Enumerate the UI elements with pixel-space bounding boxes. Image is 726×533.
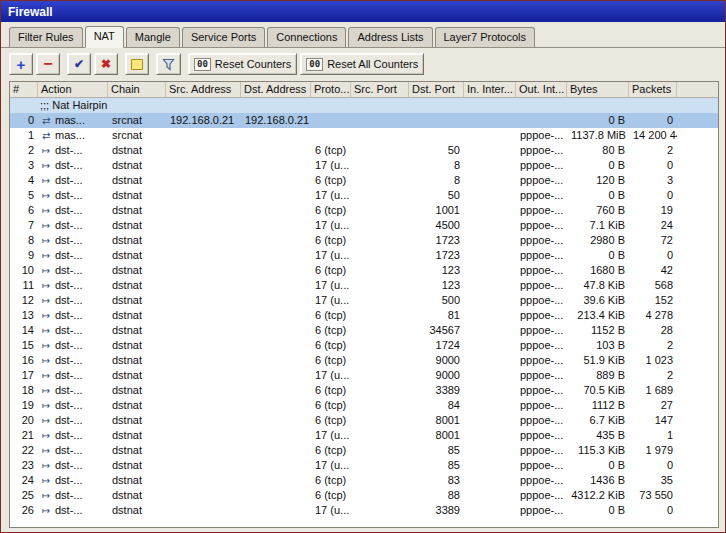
nat-rule-row[interactable]: 23↦dst-...dstnat17 (u...85pppoe-...0 B0 xyxy=(10,458,718,473)
cell-action: ↦dst-... xyxy=(38,218,108,233)
cell-out-interface: pppoe-... xyxy=(516,398,567,413)
dst-nat-icon: ↦ xyxy=(42,443,55,458)
tab-service-ports[interactable]: Service Ports xyxy=(182,27,265,47)
cell-dst-port: 8 xyxy=(409,158,464,173)
cell-num: 3 xyxy=(10,158,38,173)
reset-counters-button[interactable]: 00 Reset Counters xyxy=(188,53,297,75)
cell-proto: 6 (tcp) xyxy=(311,383,351,398)
column-header-dst-port[interactable]: Dst. Port xyxy=(409,82,464,97)
cell-bytes: 889 B xyxy=(567,368,629,383)
remove-button[interactable]: − xyxy=(36,53,60,75)
cell-chain: dstnat xyxy=(108,503,166,518)
cell-filler xyxy=(677,323,718,338)
enable-button[interactable]: ✔ xyxy=(67,53,91,75)
disable-button[interactable]: ✖ xyxy=(94,53,118,75)
cell-dst-address xyxy=(241,173,311,188)
cell-num: 10 xyxy=(10,263,38,278)
cell-action: ↦dst-... xyxy=(38,443,108,458)
column-header-chain[interactable]: Chain xyxy=(108,82,166,97)
nat-rule-row[interactable]: 21↦dst-...dstnat17 (u...8001pppoe-...435… xyxy=(10,428,718,443)
nat-rule-row[interactable]: 24↦dst-...dstnat6 (tcp)83pppoe-...1436 B… xyxy=(10,473,718,488)
column-header-packets[interactable]: Packets xyxy=(629,82,677,97)
cell-out-interface: pppoe-... xyxy=(516,233,567,248)
cell-src-address: 192.168.0.21 xyxy=(166,113,241,128)
tab-layer7-protocols[interactable]: Layer7 Protocols xyxy=(435,27,536,47)
cell-src-address xyxy=(166,248,241,263)
cell-bytes: 1680 B xyxy=(567,263,629,278)
cell-action: ↦dst-... xyxy=(38,278,108,293)
nat-rule-row[interactable]: 26↦dst-...dstnat17 (u...3389pppoe-...0 B… xyxy=(10,503,718,518)
cell-dst-address xyxy=(241,128,311,143)
nat-rule-row[interactable]: 25↦dst-...dstnat6 (tcp)88pppoe-...4312.2… xyxy=(10,488,718,503)
column-header-action[interactable]: Action xyxy=(38,82,108,97)
cell-packets: 35 xyxy=(629,473,677,488)
nat-rule-row[interactable]: 1⇄mas...srcnatpppoe-...1137.8 MiB14 200 … xyxy=(10,128,718,143)
nat-rule-row[interactable]: 18↦dst-...dstnat6 (tcp)3389pppoe-...70.5… xyxy=(10,383,718,398)
nat-rule-row[interactable]: 8↦dst-...dstnat6 (tcp)1723pppoe-...2980 … xyxy=(10,233,718,248)
cell-src-address xyxy=(166,473,241,488)
dst-nat-icon: ↦ xyxy=(42,338,55,353)
tab-address-lists[interactable]: Address Lists xyxy=(348,27,432,47)
column-header-in-inter-[interactable]: In. Inter... xyxy=(464,82,516,97)
cell-action: ↦dst-... xyxy=(38,503,108,518)
tab-nat[interactable]: NAT xyxy=(85,26,124,48)
column-header-out-int-[interactable]: Out. Int... xyxy=(516,82,567,97)
nat-rule-row[interactable]: 11↦dst-...dstnat17 (u...123pppoe-...47.8… xyxy=(10,278,718,293)
comment-row[interactable]: ;;; Nat Hairpin xyxy=(10,98,718,113)
cell-in-interface xyxy=(464,128,516,143)
column-header-src-port[interactable]: Src. Port xyxy=(351,82,409,97)
cell-action: ↦dst-... xyxy=(38,173,108,188)
column-header-#[interactable]: # xyxy=(10,82,38,97)
column-header-src-address[interactable]: Src. Address xyxy=(166,82,241,97)
tab-filter-rules[interactable]: Filter Rules xyxy=(9,27,83,47)
column-header-dst-address[interactable]: Dst. Address xyxy=(241,82,311,97)
column-header-bytes[interactable]: Bytes xyxy=(567,82,629,97)
column-header-filler xyxy=(677,82,718,97)
cell-chain: dstnat xyxy=(108,323,166,338)
cell-in-interface xyxy=(464,458,516,473)
cell-src-address xyxy=(166,383,241,398)
nat-rule-row[interactable]: 13↦dst-...dstnat6 (tcp)81pppoe-...213.4 … xyxy=(10,308,718,323)
comment-button[interactable] xyxy=(125,53,149,75)
dst-nat-icon: ↦ xyxy=(42,143,55,158)
nat-rule-row[interactable]: 3↦dst-...dstnat17 (u...8pppoe-...0 B0 xyxy=(10,158,718,173)
cell-dst-address xyxy=(241,458,311,473)
nat-rule-row[interactable]: 16↦dst-...dstnat6 (tcp)9000pppoe-...51.9… xyxy=(10,353,718,368)
window-titlebar[interactable]: Firewall xyxy=(1,1,725,22)
cell-src-address xyxy=(166,308,241,323)
nat-rule-row[interactable]: 2↦dst-...dstnat6 (tcp)50pppoe-...80 B2 xyxy=(10,143,718,158)
nat-rule-row[interactable]: 10↦dst-...dstnat6 (tcp)123pppoe-...1680 … xyxy=(10,263,718,278)
nat-rule-row[interactable]: 22↦dst-...dstnat6 (tcp)85pppoe-...115.3 … xyxy=(10,443,718,458)
cell-chain: srcnat xyxy=(108,128,166,143)
nat-rule-row[interactable]: 15↦dst-...dstnat6 (tcp)1724pppoe-...103 … xyxy=(10,338,718,353)
nat-rule-row[interactable]: 4↦dst-...dstnat6 (tcp)8pppoe-...120 B3 xyxy=(10,173,718,188)
filter-button[interactable] xyxy=(156,53,181,75)
add-button[interactable]: + xyxy=(9,53,33,75)
nat-rule-row[interactable]: 14↦dst-...dstnat6 (tcp)34567pppoe-...115… xyxy=(10,323,718,338)
reset-all-counters-button[interactable]: 00 Reset All Counters xyxy=(300,53,424,75)
cell-src-address xyxy=(166,458,241,473)
cell-filler xyxy=(677,203,718,218)
dst-nat-icon: ↦ xyxy=(42,188,55,203)
column-header-proto-[interactable]: Proto... xyxy=(311,82,351,97)
cell-proto: 6 (tcp) xyxy=(311,203,351,218)
nat-rule-row[interactable]: 19↦dst-...dstnat6 (tcp)84pppoe-...1112 B… xyxy=(10,398,718,413)
nat-rule-row[interactable]: 20↦dst-...dstnat6 (tcp)8001pppoe-...6.7 … xyxy=(10,413,718,428)
nat-rule-row[interactable]: 12↦dst-...dstnat17 (u...500pppoe-...39.6… xyxy=(10,293,718,308)
cell-out-interface: pppoe-... xyxy=(516,353,567,368)
nat-rule-row[interactable]: 7↦dst-...dstnat17 (u...4500pppoe-...7.1 … xyxy=(10,218,718,233)
nat-rule-row[interactable]: 5↦dst-...dstnat17 (u...50pppoe-...0 B0 xyxy=(10,188,718,203)
cell-chain: dstnat xyxy=(108,458,166,473)
tab-mangle[interactable]: Mangle xyxy=(126,27,180,47)
cell-src-port xyxy=(351,263,409,278)
cell-src-port xyxy=(351,443,409,458)
cell-out-interface: pppoe-... xyxy=(516,338,567,353)
nat-rule-row[interactable]: 0⇄mas...srcnat192.168.0.21192.168.0.210 … xyxy=(10,113,718,128)
action-label: dst-... xyxy=(55,159,83,171)
nat-rule-row[interactable]: 17↦dst-...dstnat17 (u...9000pppoe-...889… xyxy=(10,368,718,383)
cell-dst-address xyxy=(241,398,311,413)
nat-rule-row[interactable]: 9↦dst-...dstnat17 (u...1723pppoe-...0 B0 xyxy=(10,248,718,263)
tab-connections[interactable]: Connections xyxy=(267,27,346,47)
nat-rule-row[interactable]: 6↦dst-...dstnat6 (tcp)1001pppoe-...760 B… xyxy=(10,203,718,218)
cell-filler xyxy=(677,158,718,173)
